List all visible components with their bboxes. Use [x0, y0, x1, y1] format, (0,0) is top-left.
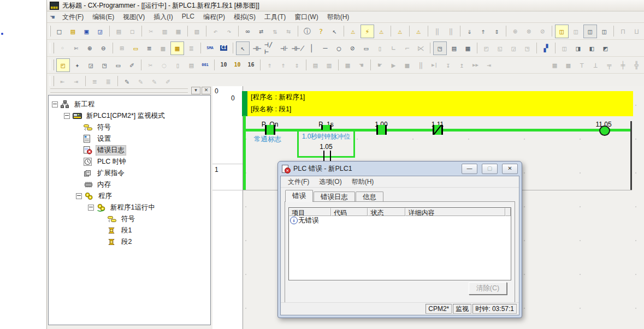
monitor-view-button[interactable]: ◫ — [555, 25, 569, 38]
child-window-icon[interactable]: ☚ — [48, 13, 57, 21]
new-instruction-button[interactable]: ▭ — [360, 42, 373, 55]
tree-item-expansion-instructions[interactable]: 扩展指令 — [49, 168, 210, 179]
contact-1-00[interactable] — [376, 125, 387, 135]
copy-button[interactable]: ▥ — [158, 25, 171, 38]
monitor-pause-view-button[interactable]: ◫ — [570, 25, 582, 38]
paste-box-button[interactable]: ◳ — [521, 42, 534, 55]
step-out-button[interactable]: ↥ — [456, 59, 468, 71]
print-button[interactable]: ▤ — [113, 25, 125, 38]
cross-reference-report-button[interactable]: ◲ — [85, 59, 97, 71]
pane-dropdown-button[interactable]: ▾ — [191, 87, 200, 94]
menu-item-2[interactable]: 视图(V) — [119, 11, 149, 23]
go-to-next-output-button[interactable]: ⇑ — [277, 59, 289, 71]
force-on-button[interactable]: ⊕ — [509, 25, 522, 38]
title-bar[interactable]: 无标题 - CX-Programmer - [[运行中] - 新PLC1.新程序… — [47, 0, 644, 11]
address-incremental-copy-button[interactable]: ▞ — [540, 42, 552, 55]
force-set-display-button[interactable]: ⊤ — [576, 59, 588, 71]
coil-11-05[interactable] — [599, 125, 610, 136]
toggle-grid-button[interactable]: ⊞ — [116, 42, 128, 55]
pause-monitoring-button[interactable]: ‖ — [431, 25, 444, 38]
ladder-information-button[interactable]: CI — [217, 42, 230, 55]
dialog-title-bar[interactable]: ✕ PLC 错误 - 新PLC1 — ▢ ✕ — [278, 161, 522, 176]
step-in-button[interactable]: ↧ — [442, 59, 454, 71]
differential-both-display-button[interactable]: ╬ — [630, 59, 643, 71]
pane-close-button[interactable]: ✕ — [202, 87, 211, 94]
contact-1-11-closed[interactable] — [433, 125, 443, 135]
tree-item-memory[interactable]: 内存 — [49, 179, 210, 190]
menu-item-6[interactable]: 模拟(S) — [229, 11, 260, 23]
decimal-display-button[interactable]: 10 — [217, 59, 230, 71]
tree-item-program1[interactable]: 新程序1运行中 — [49, 202, 210, 213]
column-header-2[interactable]: 状态 — [368, 208, 405, 216]
upload-button[interactable]: ⇑ — [477, 25, 489, 38]
new-reset-button[interactable]: ∟ — [387, 42, 400, 55]
monitor-in-rung-button[interactable]: ▦ — [170, 41, 184, 55]
time-chart-monitor-button[interactable]: ⊔ — [630, 25, 643, 38]
open-file-button[interactable]: ▤ — [67, 25, 79, 38]
find-button[interactable]: ∞ — [241, 25, 254, 38]
differential-down-display-button[interactable]: ╪ — [617, 59, 629, 71]
data-trace-view-button[interactable]: ◫ — [598, 25, 611, 38]
work-online-button[interactable]: ⚡ — [361, 25, 374, 38]
menu-item-9[interactable]: 帮助(H) — [323, 11, 354, 23]
print-preview-button[interactable]: ◻ — [126, 25, 139, 38]
change-all-button[interactable]: ⇅ — [269, 25, 281, 38]
zoom-out-small-button[interactable]: ◦ — [56, 42, 69, 55]
show-program-monitor-button[interactable]: ◳ — [433, 41, 447, 55]
paste-x-button[interactable]: ◱ — [494, 42, 506, 55]
new-closed-coil-button[interactable]: ⊘ — [346, 42, 359, 55]
expand-toggle-project[interactable] — [52, 101, 58, 107]
error-table-row-0[interactable]: i无错误 — [289, 216, 511, 225]
step-run-button[interactable]: ▶| — [428, 59, 441, 71]
help-topics-button[interactable]: ? — [315, 25, 327, 38]
save-button[interactable]: ▣ — [80, 25, 93, 38]
properties-window-button[interactable]: ✐ — [126, 59, 138, 71]
new-or-closed-contact-button[interactable]: ⊣⊬ — [292, 42, 304, 55]
dialog-menu-item-1[interactable]: 选项(O) — [314, 176, 346, 188]
scan-run-button[interactable]: ⇥ — [483, 59, 495, 71]
address-reference-tool-button[interactable]: ◳ — [98, 59, 111, 71]
compile-all-programs-button[interactable]: ⚠ — [375, 25, 388, 38]
tree-item-section2[interactable]: 段2 — [49, 236, 210, 248]
window-monitor-disabled-button[interactable]: ◫ — [558, 42, 571, 55]
column-header-3[interactable]: 详细内容 — [405, 208, 505, 216]
dialog-close-button[interactable]: ✕ — [502, 164, 518, 174]
zoom-out-button[interactable]: ⊖ — [97, 42, 110, 55]
force-off-button[interactable]: ⊗ — [523, 25, 535, 38]
zoom-to-fit-button[interactable]: ✄ — [70, 42, 82, 55]
io-comment-view-button[interactable]: ◌ — [158, 59, 170, 71]
show-hierarchy-button[interactable]: ≣ — [185, 42, 198, 55]
compare-with-plc-button[interactable]: ⇕ — [491, 25, 503, 38]
tree-item-settings[interactable]: 设置 — [49, 133, 210, 145]
replace-button[interactable]: ⇄ — [255, 25, 268, 38]
expand-toggle-plc[interactable] — [64, 113, 70, 119]
rung-comment-view-button[interactable]: ▯ — [172, 59, 184, 71]
toggle-project-tree-button[interactable]: ◰ — [56, 58, 70, 72]
clear-button[interactable]: 清除(C) — [469, 282, 507, 295]
symbol-bar-button[interactable]: SMA — [204, 42, 216, 55]
cut-button[interactable]: ✂ — [145, 25, 157, 38]
tree-item-symbols[interactable]: 符号 — [49, 122, 210, 133]
tree-item-program1-symbols[interactable]: 符号 — [49, 213, 210, 225]
tree-item-section1[interactable]: 段1 — [49, 225, 210, 236]
menu-item-4[interactable]: PLC — [178, 11, 199, 23]
stack-windows-button[interactable]: ▤ — [448, 42, 460, 55]
dialog-menu-item-2[interactable]: 帮助(H) — [347, 176, 379, 188]
dialog-maximize-button[interactable]: ▢ — [482, 164, 498, 174]
signed-decimal-display-button[interactable]: 10 — [231, 59, 244, 71]
paste-check-button[interactable]: ◲ — [507, 42, 520, 55]
paste-z-button[interactable]: ◰ — [480, 42, 493, 55]
retrace-find-button[interactable]: ⇆ — [282, 25, 295, 38]
menu-item-8[interactable]: 窗口(W) — [290, 11, 322, 23]
calendar-watch-button[interactable]: ▦ — [462, 42, 474, 55]
online-edit-send-button[interactable]: ▤ — [309, 59, 322, 71]
pane-grip[interactable] — [50, 88, 188, 93]
hex-display-button[interactable]: 16 — [245, 59, 257, 71]
new-pb-instruction-button[interactable]: ▯ — [374, 42, 386, 55]
parallel-branch-box[interactable]: 1.0秒时钟脉冲位 1.05 — [297, 130, 355, 158]
monitor-display-2-button[interactable]: ▩ — [562, 59, 575, 71]
preview-report-button[interactable]: ◲ — [94, 25, 107, 38]
paste-button[interactable]: ▦ — [172, 25, 185, 38]
dialog-minimize-button[interactable]: — — [462, 164, 477, 174]
force-reset-display-button[interactable]: ⊥ — [589, 59, 602, 71]
